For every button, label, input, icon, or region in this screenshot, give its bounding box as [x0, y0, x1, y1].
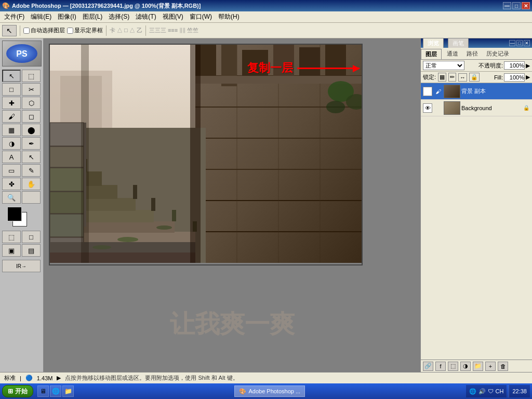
tab-channels[interactable]: 通道 — [443, 49, 462, 59]
move-tool-btn[interactable]: ↖ — [2, 25, 17, 36]
imageready-btn[interactable]: IR→ — [2, 260, 41, 272]
svg-point-45 — [326, 101, 345, 113]
tray-ime[interactable]: CH — [496, 388, 504, 394]
lock-all-btn[interactable]: 🔒 — [469, 73, 480, 82]
marquee-tool[interactable]: □ — [2, 83, 21, 96]
blend-mode-select[interactable]: 正常 溶解 变暗 正片叠底 — [423, 61, 464, 70]
notes-tool[interactable]: ✎ — [22, 164, 41, 177]
taskbar-ps-label: Adobe Photoshop ... — [248, 388, 300, 394]
layer-item-bg[interactable]: 👁 Background 🔒 — [421, 100, 532, 116]
browse-tab[interactable]: 浏览 — [423, 38, 444, 49]
type-tool[interactable]: A — [2, 151, 21, 163]
layer-style-btn[interactable]: f — [435, 362, 446, 371]
statusbar: 标准 | 🔵 1.43M ▶ 点按并拖移以移动图层或选区。要用附加选项，使用 S… — [0, 372, 532, 383]
minimize-button[interactable]: — — [503, 2, 511, 9]
path-select-tool[interactable]: ↖ — [22, 151, 41, 163]
maximize-button[interactable]: □ — [512, 2, 521, 9]
brush-tab[interactable]: 画笔 — [448, 38, 469, 49]
foreground-color[interactable] — [7, 207, 22, 221]
menu-select[interactable]: 选择(S) — [105, 11, 132, 22]
taskbar-quick-launch: 🖥 🌐 📁 — [37, 385, 74, 397]
eraser-tool[interactable]: ◻ — [22, 110, 41, 123]
quicklaunch-ie[interactable]: 🌐 — [50, 385, 61, 397]
auto-select-layer-checkbox[interactable]: 自动选择图层 — [23, 26, 65, 34]
layer-brush-bg — [433, 103, 443, 113]
heal-tool[interactable]: ✚ — [2, 97, 21, 109]
opacity-input[interactable] — [504, 61, 525, 70]
eyedropper-tool[interactable]: ✤ — [2, 178, 21, 190]
dodge-tool[interactable]: ◑ — [2, 137, 21, 150]
menu-file[interactable]: 文件(F) — [1, 11, 28, 22]
taskbar-photoshop[interactable]: 🎨 Adobe Photoshop ... — [234, 385, 305, 397]
blur-tool[interactable]: ⬤ — [22, 124, 41, 136]
panel-minimize-btn[interactable]: — — [509, 40, 515, 46]
panel-controls: — □ ✕ — [509, 40, 530, 46]
menu-help[interactable]: 帮助(H) — [215, 11, 243, 22]
tab-layers[interactable]: 图层 — [421, 49, 442, 59]
fill-arrow[interactable]: ▶ — [526, 74, 530, 81]
lock-label: 锁定: — [423, 73, 436, 81]
jump-row: IR→ — [2, 260, 41, 272]
layer-eye-bg[interactable]: 👁 — [423, 103, 432, 113]
canvas-area[interactable]: 复制一层 让我爽一爽 — [44, 38, 420, 372]
quicklaunch-folder[interactable]: 📁 — [62, 385, 74, 397]
link-layers-btn[interactable]: 🔗 — [423, 362, 433, 371]
lasso-tool[interactable]: ⬚ — [22, 70, 41, 82]
start-label: 开始 — [15, 387, 28, 396]
menu-edit[interactable]: 编辑(E) — [28, 11, 55, 22]
gradient-tool[interactable]: ▦ — [2, 124, 21, 136]
stamp-tool[interactable]: ⬡ — [22, 97, 41, 109]
panel-close-btn[interactable]: ✕ — [524, 40, 530, 46]
start-button[interactable]: ⊞ 开始 — [2, 385, 33, 397]
fill-input[interactable] — [504, 73, 525, 82]
main-area: PS ↖ ⬚ □ ✂ ✚ ⬡ 🖌 ◻ ▦ ⬤ ◑ ✒ A ↖ — [0, 38, 532, 372]
brush-tool[interactable]: 🖌 — [2, 110, 21, 123]
tab-history[interactable]: 历史记录 — [482, 49, 513, 59]
new-adjustment-btn[interactable]: ◑ — [460, 362, 471, 371]
status-filesize: 🔵 — [25, 375, 33, 381]
quicklaunch-desktop[interactable]: 🖥 — [37, 385, 49, 397]
crop-tool[interactable]: ✂ — [22, 83, 41, 96]
image-canvas: 复制一层 — [49, 44, 363, 265]
tray-antivirus: 🛡 — [488, 388, 494, 394]
quick-mask-btn[interactable]: ⬚ — [2, 231, 21, 243]
align-options: 三三三 ≡≡≡ ∥∥ 竺竺 — [149, 26, 198, 34]
svg-rect-49 — [81, 45, 89, 263]
menu-image[interactable]: 图像(I) — [55, 11, 79, 22]
status-mode: 标准 — [4, 374, 16, 382]
fullscreen-btn[interactable]: ▣ — [2, 244, 21, 257]
color-swatches[interactable] — [7, 207, 36, 228]
standard-mode-btn[interactable]: □ — [22, 231, 41, 243]
titlebar-right: — □ ✕ — [503, 2, 530, 9]
tool-row-2: □ ✂ — [2, 83, 41, 96]
panel-bottom: 🔗 f ⬚ ◑ 📁 + 🗑 — [421, 360, 532, 372]
layer-eye-copy[interactable]: 👁 — [423, 87, 432, 96]
layer-item-copy[interactable]: 👁 🖌 背景 副本 — [421, 83, 532, 100]
pen-tool[interactable]: ✒ — [22, 137, 41, 150]
menu-layer[interactable]: 图层(L) — [79, 11, 106, 22]
move-tool[interactable]: ↖ — [2, 70, 21, 82]
fullscreen-menu-btn[interactable]: ▤ — [22, 244, 41, 257]
lock-transparent-btn[interactable]: ▦ — [438, 73, 446, 82]
fill-label: Fill: — [494, 74, 503, 81]
close-button[interactable]: ✕ — [522, 2, 530, 9]
new-group-btn[interactable]: 📁 — [473, 362, 483, 371]
menu-view[interactable]: 视图(V) — [159, 11, 187, 22]
panel-restore-btn[interactable]: □ — [516, 40, 523, 46]
show-bounding-box-checkbox[interactable]: 显示定界框 — [67, 26, 103, 34]
delete-layer-btn[interactable]: 🗑 — [498, 362, 508, 371]
layer-mask-btn[interactable]: ⬚ — [448, 362, 458, 371]
hand-tool[interactable]: ✋ — [22, 178, 41, 190]
zoom-tool[interactable]: 🔍 — [2, 191, 21, 204]
shape-tool[interactable]: ▭ — [2, 164, 21, 177]
menu-window[interactable]: 窗口(W) — [187, 11, 215, 22]
new-layer-btn[interactable]: + — [485, 362, 496, 371]
titlebar: 🎨 Adobe Photoshop — [2003123796239441.jp… — [0, 0, 532, 11]
menu-filter[interactable]: 滤镜(T) — [132, 11, 159, 22]
svg-rect-48 — [190, 45, 201, 263]
lock-move-btn[interactable]: ↔ — [458, 73, 467, 82]
tab-paths[interactable]: 路径 — [462, 49, 482, 59]
status-arrow[interactable]: ▶ — [57, 375, 61, 381]
lock-paint-btn[interactable]: ✏ — [448, 73, 456, 82]
opacity-arrow[interactable]: ▶ — [526, 62, 530, 69]
